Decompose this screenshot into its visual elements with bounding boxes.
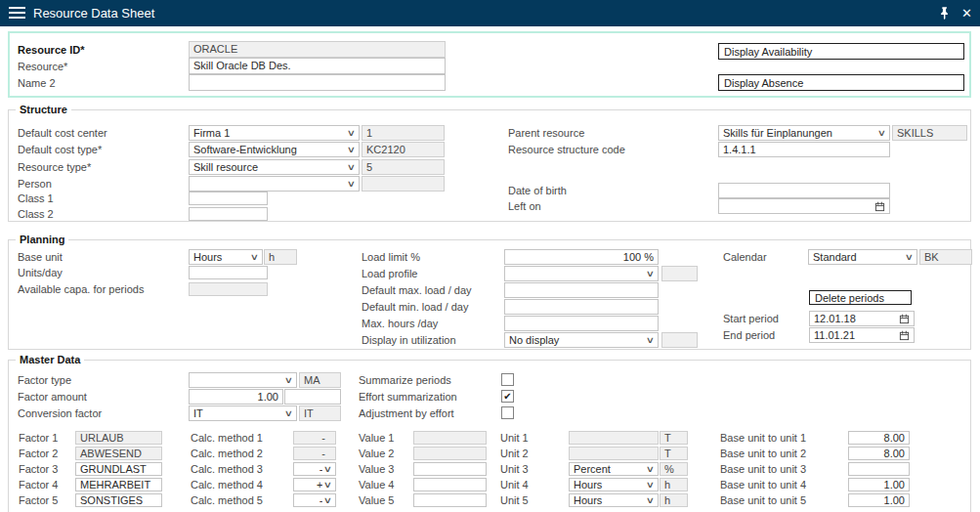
effort-summarization-checkbox[interactable]: ✔ bbox=[501, 390, 514, 403]
resource-structure-code-field[interactable]: 1.4.1.1 bbox=[718, 142, 890, 157]
date-of-birth-field[interactable] bbox=[718, 183, 890, 198]
calendar-code: BK bbox=[919, 249, 972, 265]
end-period-field[interactable]: 11.01.21 bbox=[809, 327, 915, 343]
base-unit-to-unit-4-field[interactable]: 1.00 bbox=[848, 478, 910, 491]
chevron-down-icon: ∨ bbox=[323, 463, 332, 475]
calc-method-4-select[interactable]: + ∨ bbox=[293, 478, 336, 491]
conversion-factor-select[interactable]: IT ∨ bbox=[189, 405, 297, 421]
display-absence-button[interactable]: Display Absence bbox=[718, 74, 964, 91]
close-icon[interactable]: ✕ bbox=[961, 5, 972, 21]
factor-type-select[interactable]: ∨ bbox=[189, 372, 297, 388]
load-profile-select[interactable]: ∨ bbox=[504, 266, 659, 281]
units-day-field[interactable] bbox=[189, 266, 268, 279]
chevron-down-icon: ∨ bbox=[284, 406, 293, 420]
adjustment-by-effort-label: Adjustment by effort bbox=[359, 407, 454, 420]
value-2-label: Value 2 bbox=[359, 448, 395, 460]
chevron-down-icon: ∨ bbox=[646, 479, 655, 491]
resource-name-label: Resource* bbox=[18, 61, 67, 73]
base-unit-to-unit-3-field[interactable] bbox=[848, 462, 910, 476]
date-value: 12.01.18 bbox=[814, 312, 896, 325]
factor-5-label: Factor 5 bbox=[19, 494, 58, 507]
unit-4-select[interactable]: Hours ∨ bbox=[569, 478, 659, 491]
default-cost-type-select[interactable]: Software-Entwicklung ∨ bbox=[189, 142, 360, 157]
factor-2-label: Factor 2 bbox=[19, 448, 58, 460]
chevron-down-icon: ∨ bbox=[284, 373, 293, 387]
base-unit-to-unit-2-field[interactable]: 8.00 bbox=[848, 447, 910, 460]
factor-3-field[interactable]: GRUNDLAST bbox=[75, 462, 162, 476]
class2-field[interactable] bbox=[189, 207, 268, 221]
title-bar: Resource Data Sheet ✕ bbox=[0, 0, 980, 26]
summarize-periods-checkbox[interactable] bbox=[501, 373, 514, 386]
base-unit-to-unit-5-field[interactable]: 1.00 bbox=[848, 493, 910, 507]
person-select[interactable]: ∨ bbox=[189, 176, 360, 192]
calendar-icon[interactable] bbox=[899, 330, 910, 341]
default-cost-center-code: 1 bbox=[362, 125, 445, 141]
value-4-field[interactable] bbox=[413, 478, 487, 491]
factor-1-field: URLAUB bbox=[75, 431, 162, 445]
resource-id-field: ORACLE bbox=[189, 41, 446, 58]
selected-value: Percent bbox=[574, 463, 645, 475]
base-unit-to-unit-1-field[interactable]: 8.00 bbox=[848, 431, 910, 445]
unit-1-field bbox=[569, 431, 659, 445]
calc-method-3-select[interactable]: - ∨ bbox=[293, 462, 336, 476]
name2-field[interactable] bbox=[189, 74, 446, 91]
unit-3-label: Unit 3 bbox=[500, 463, 529, 476]
calc-method-2-field: - bbox=[293, 447, 336, 460]
value-5-field[interactable] bbox=[413, 493, 487, 507]
factor-5-field[interactable]: SONSTIGES bbox=[75, 493, 162, 507]
factor-amount-extra-field[interactable] bbox=[284, 389, 341, 405]
hamburger-menu-icon[interactable] bbox=[9, 7, 25, 20]
conversion-factor-code: IT bbox=[299, 405, 341, 421]
adjustment-by-effort-checkbox[interactable] bbox=[501, 406, 514, 419]
resource-type-select[interactable]: Skill resource ∨ bbox=[189, 159, 360, 175]
default-min-load-field[interactable] bbox=[504, 299, 659, 315]
value-5-label: Value 5 bbox=[359, 494, 395, 507]
available-capa-label: Available capa. for periods bbox=[18, 283, 144, 296]
display-availability-button[interactable]: Display Availability bbox=[718, 43, 964, 60]
unit-5-select[interactable]: Hours ∨ bbox=[569, 493, 659, 507]
calendar-select[interactable]: Standard ∨ bbox=[808, 249, 917, 265]
resource-type-code: 5 bbox=[362, 159, 445, 175]
calc-method-5-select[interactable]: - ∨ bbox=[293, 493, 336, 507]
default-max-load-field[interactable] bbox=[504, 282, 659, 298]
parent-resource-select[interactable]: Skills für Einplanungen ∨ bbox=[718, 125, 890, 141]
calendar-icon[interactable] bbox=[899, 314, 910, 324]
unit-3-select[interactable]: Percent ∨ bbox=[569, 462, 659, 476]
load-limit-field[interactable]: 100 % bbox=[504, 249, 659, 265]
factor-amount-field[interactable]: 1.00 bbox=[189, 389, 283, 405]
default-cost-center-select[interactable]: Firma 1 ∨ bbox=[189, 125, 360, 141]
default-cost-type-label: Default cost type* bbox=[18, 144, 102, 156]
calendar-icon[interactable] bbox=[874, 201, 885, 212]
class1-label: Class 1 bbox=[18, 192, 54, 205]
selected-value: Hours bbox=[193, 250, 249, 264]
base-unit-to-unit-4-label: Base unit to unit 4 bbox=[720, 479, 806, 491]
planning-legend: Planning bbox=[16, 234, 68, 246]
chevron-down-icon: ∨ bbox=[250, 250, 259, 264]
calc-method-4-label: Calc. method 4 bbox=[191, 479, 263, 491]
calc-method-2-label: Calc. method 2 bbox=[191, 448, 263, 460]
available-capa-field bbox=[189, 282, 268, 296]
date-of-birth-label: Date of birth bbox=[508, 185, 567, 197]
factor-4-field[interactable]: MEHRARBEIT bbox=[75, 478, 162, 491]
resource-structure-code-label: Resource structure code bbox=[508, 144, 625, 156]
calendar-label: Calendar bbox=[723, 251, 767, 264]
display-in-utilization-select[interactable]: No display ∨ bbox=[504, 332, 659, 348]
name2-label: Name 2 bbox=[18, 77, 56, 90]
delete-periods-button[interactable]: Delete periods bbox=[809, 290, 912, 305]
chevron-down-icon: ∨ bbox=[646, 267, 655, 280]
start-period-field[interactable]: 12.01.18 bbox=[809, 311, 915, 326]
person-code bbox=[362, 176, 445, 192]
chevron-down-icon: ∨ bbox=[347, 126, 356, 140]
pin-icon[interactable] bbox=[937, 5, 952, 25]
resource-name-field[interactable]: Skill Oracle DB Des. bbox=[189, 58, 446, 74]
max-hours-day-field[interactable] bbox=[504, 316, 659, 331]
chevron-down-icon: ∨ bbox=[347, 143, 356, 156]
left-on-field[interactable] bbox=[718, 198, 890, 214]
selected-value: Standard bbox=[813, 250, 904, 264]
value-3-field[interactable] bbox=[413, 462, 487, 476]
window-title: Resource Data Sheet bbox=[33, 6, 154, 21]
base-unit-select[interactable]: Hours ∨ bbox=[189, 249, 263, 265]
factor-type-code: MA bbox=[299, 372, 341, 388]
factor-amount-label: Factor amount bbox=[18, 391, 87, 404]
class1-field[interactable] bbox=[189, 192, 268, 205]
